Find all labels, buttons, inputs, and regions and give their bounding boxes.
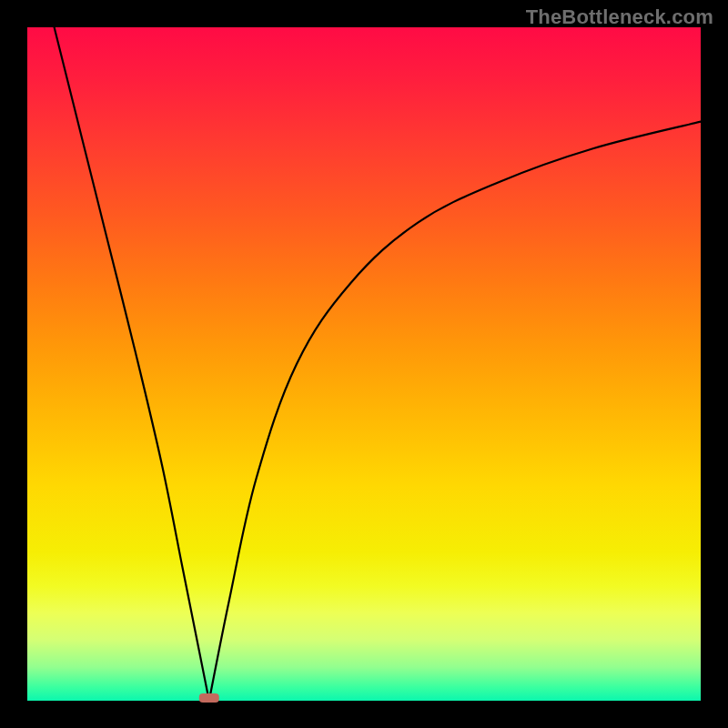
curve-left-branch xyxy=(55,27,209,701)
chart-frame: TheBottleneck.com xyxy=(0,0,728,728)
plot-area xyxy=(27,27,701,701)
curve-right-branch xyxy=(209,122,701,701)
watermark-text: TheBottleneck.com xyxy=(526,5,713,29)
minimum-marker xyxy=(199,693,219,703)
chart-svg xyxy=(27,27,701,701)
